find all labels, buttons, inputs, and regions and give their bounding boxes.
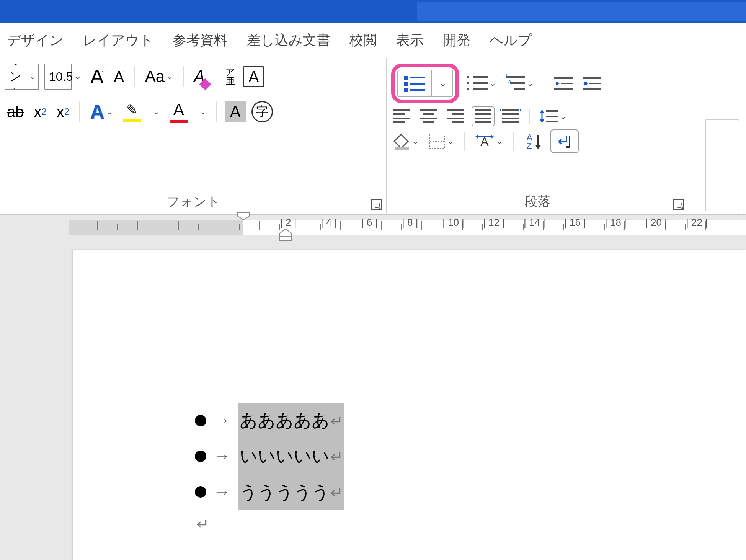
chevron-down-icon: ⌄ [560, 111, 566, 121]
superscript-button[interactable]: x2 [54, 102, 72, 122]
group-paragraph: ⌄ ⌄ 1 a [387, 58, 689, 214]
tab-help[interactable]: ヘルプ [490, 31, 532, 50]
styles-gallery[interactable] [705, 119, 739, 211]
ruler[interactable]: | 2 || 4 || 6 || 8 || 10 || 12 || 14 || … [0, 215, 746, 250]
group-styles-partial [689, 58, 746, 214]
list-item[interactable]: → ううううう↵ [193, 474, 746, 510]
phonetic-guide-icon: ア 亜 [225, 67, 235, 86]
paragraph-dialog-launcher[interactable] [673, 199, 684, 210]
justify-button[interactable] [472, 106, 495, 126]
separator [544, 66, 544, 101]
search-bar[interactable] [417, 2, 746, 21]
separator [513, 132, 514, 151]
strikethrough-icon: ab [7, 103, 24, 121]
align-left-button[interactable] [391, 108, 413, 125]
chevron-down-icon: ⌄ [166, 72, 173, 82]
list-item[interactable]: → いいいいい↵ [193, 438, 746, 474]
show-marks-button[interactable] [550, 129, 579, 153]
strikethrough-button[interactable]: ab [5, 102, 26, 122]
font-size-value: 10.5 [49, 70, 73, 84]
empty-line[interactable]: ↵ [193, 510, 746, 539]
borders-button[interactable]: ⌄ [426, 131, 456, 151]
ruler-label: | 12 | [483, 217, 505, 229]
ruler-label: | 16 | [564, 217, 586, 229]
font-color-icon: A [173, 101, 184, 119]
tab-developer[interactable]: 開発 [443, 31, 470, 50]
ruler-label: | 14 | [524, 217, 545, 229]
multilevel-list-button[interactable]: 1 a ⌄ [504, 73, 536, 93]
tab-arrow-icon: → [214, 477, 230, 508]
line-text: いいいいい [240, 446, 330, 466]
bullets-button[interactable]: ⌄ [397, 70, 453, 97]
ruler-label: | 4 | [321, 217, 337, 229]
clear-formatting-button[interactable]: A [191, 65, 207, 88]
tab-references[interactable]: 参考資料 [173, 31, 228, 50]
character-shading-button[interactable]: A [225, 101, 246, 122]
ruler-label: | 8 | [402, 217, 418, 229]
ruler-label: | 6 | [361, 217, 377, 229]
font-name-combo[interactable]: ォント ⌄ [5, 64, 39, 90]
shrink-font-button[interactable]: Aˇ [111, 67, 126, 87]
first-line-indent-marker[interactable] [237, 212, 250, 220]
selected-text[interactable]: ううううう↵ [238, 474, 344, 510]
grow-font-button[interactable]: Aˆ [88, 64, 106, 90]
chevron-down-icon: ⌄ [412, 136, 419, 146]
highlight-swatch [123, 119, 141, 122]
svg-marker-3 [556, 81, 560, 86]
distributed-button[interactable] [500, 108, 521, 125]
change-case-icon: Aa [145, 67, 165, 86]
align-center-button[interactable] [418, 108, 439, 125]
font-size-combo[interactable]: 10.5 ⌄ [44, 64, 72, 90]
highlight-color-button[interactable]: ✎ [121, 100, 144, 123]
tab-design[interactable]: デザイン [7, 31, 64, 50]
increase-indent-icon [583, 76, 601, 91]
text-effects-button[interactable]: A ⌄ [88, 99, 115, 125]
align-right-button[interactable] [445, 108, 466, 125]
sort-button[interactable]: AZ [521, 131, 545, 152]
tab-layout[interactable]: レイアウト [83, 31, 153, 50]
line-text: あああああ [240, 411, 330, 430]
separator [80, 66, 80, 87]
list-item[interactable]: → あああああ↵ [193, 403, 746, 438]
character-border-button[interactable]: A [243, 66, 264, 87]
line-spacing-button[interactable]: ⌄ [537, 106, 569, 126]
separator [183, 66, 184, 87]
ruler-label: | 2 | [280, 217, 296, 229]
shading-button[interactable]: ⌄ [391, 131, 421, 151]
tab-view[interactable]: 表示 [396, 31, 424, 50]
line-text: ううううう [240, 482, 330, 502]
ruler-label: | 18 | [605, 217, 627, 229]
increase-indent-button[interactable] [580, 74, 603, 93]
bullets-icon [404, 75, 425, 92]
highlight-dropdown[interactable]: ⌄ [150, 105, 162, 118]
numbering-button[interactable]: ⌄ [465, 73, 498, 93]
tab-arrow-icon: → [214, 441, 230, 472]
paragraph-mark-icon [556, 133, 573, 149]
chevron-down-icon: ⌄ [439, 78, 446, 88]
change-case-button[interactable]: Aa ⌄ [143, 66, 175, 87]
tab-review[interactable]: 校閲 [349, 31, 377, 50]
selected-text[interactable]: いいいいい↵ [238, 438, 344, 474]
phonetic-guide-button[interactable]: ア 亜 [223, 66, 237, 87]
page[interactable]: → あああああ↵ → いいいいい↵ → ううううう↵ ↵ [73, 250, 746, 560]
subscript-n: 2 [42, 106, 47, 117]
svg-rect-16 [395, 147, 409, 150]
chevron-down-icon: ˇ [122, 70, 124, 79]
font-color-swatch [170, 120, 188, 123]
hanging-indent-marker[interactable] [279, 228, 292, 241]
decrease-indent-button[interactable] [552, 74, 575, 93]
font-color-dropdown[interactable]: ⌄ [197, 105, 209, 118]
align-center-icon [420, 109, 437, 123]
tab-mailings[interactable]: 差し込み文書 [247, 31, 330, 50]
separator [464, 132, 465, 151]
ruler-label: | 10 | [442, 217, 464, 229]
selected-text[interactable]: あああああ↵ [238, 403, 344, 438]
subscript-button[interactable]: x2 [32, 102, 49, 122]
character-scaling-button[interactable]: A ⌄ [472, 132, 505, 150]
font-color-button[interactable]: A [167, 99, 190, 124]
character-border-icon: A [248, 68, 259, 85]
paragraph-mark-icon: ↵ [330, 413, 343, 430]
separator [216, 101, 217, 122]
font-dialog-launcher[interactable] [371, 199, 382, 210]
enclose-characters-button[interactable]: 字 [251, 101, 273, 122]
